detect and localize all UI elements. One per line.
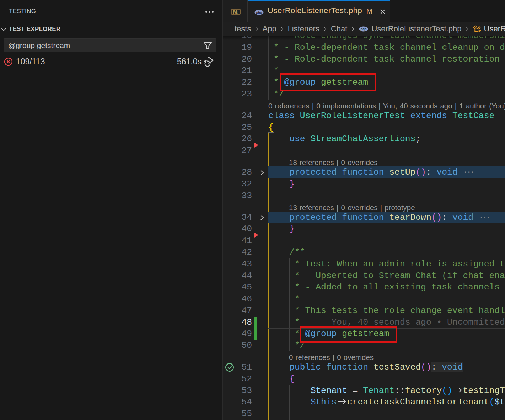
svg-text:php: php [256, 11, 262, 14]
svg-text:php: php [360, 27, 367, 31]
